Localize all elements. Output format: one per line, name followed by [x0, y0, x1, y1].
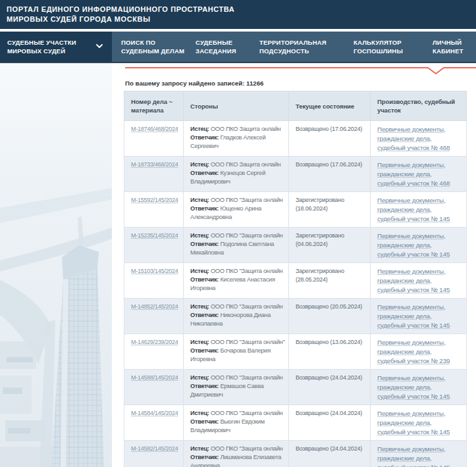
parties-cell: Истец: ООО ПКО Защита онлайнОтветчик: Ку…	[184, 157, 289, 192]
case-number-cell: М-14584/145/2024	[124, 405, 184, 441]
case-status: Зарегистрировано (04.06.2024)	[296, 232, 344, 247]
plaintiff-name: ООО ПКО "Защита онлайн"	[209, 339, 285, 345]
case-number-link[interactable]: М-14629/239/2024	[131, 339, 178, 345]
plaintiff-name: ООО ПКО "Защита онлайн	[209, 232, 283, 239]
plaintiff-label: Истец:	[190, 126, 209, 132]
case-number-link[interactable]: М-15592/145/2024	[131, 197, 178, 203]
case-number-cell: М-14629/239/2024	[124, 334, 184, 370]
defendant-label: Ответчик:	[190, 134, 219, 141]
case-number-cell: М-18746/468/2024	[124, 121, 184, 157]
production-cell: Первичные документы, гражданские дела, с…	[371, 121, 467, 157]
status-cell: Возвращено (17.06.2024)	[289, 157, 371, 192]
production-cell: Первичные документы, гражданские дела, с…	[371, 299, 467, 334]
site-header: ПОРТАЛ ЕДИНОГО ИНФОРМАЦИОННОГО ПРОСТРАНС…	[0, 0, 476, 29]
case-status: Возвращено (24.04.2024)	[296, 445, 362, 452]
case-number-cell: М-14582/145/2024	[124, 441, 184, 467]
production-court-link[interactable]: Первичные документы, гражданские дела, с…	[377, 126, 450, 151]
nav-item-fee-calculator[interactable]: КАЛЬКУЛЯТОР ГОСПОШЛИНЫ	[354, 32, 403, 62]
case-number-cell: М-18733/468/2024	[124, 157, 184, 192]
status-cell: Возвращено (24.04.2024)	[289, 405, 371, 441]
production-court-link[interactable]: Первичные документы, гражданские дела, с…	[377, 303, 450, 329]
col-header-production: Производство, судебный участок	[371, 91, 467, 121]
production-cell: Первичные документы, гражданские дела, с…	[371, 405, 467, 441]
production-court-link[interactable]: Первичные документы, гражданские дела, с…	[377, 339, 450, 364]
defendant-label: Ответчик:	[190, 347, 219, 354]
case-number-link[interactable]: М-14582/145/2024	[131, 445, 178, 452]
table-row: М-14582/145/2024Истец: ООО ПКО "Защита о…	[124, 441, 467, 467]
case-number-cell: М-15103/145/2024	[124, 263, 184, 299]
production-cell: Первичные документы, гражданские дела, с…	[371, 192, 467, 228]
defendant-label: Ответчик:	[190, 312, 219, 318]
status-cell: Зарегистрировано (04.06.2024)	[289, 228, 371, 263]
plaintiff-label: Истец:	[190, 268, 209, 274]
col-header-parties: Стороны	[184, 91, 289, 121]
production-court-link[interactable]: Первичные документы, гражданские дела, с…	[377, 445, 450, 467]
parties-cell: Истец: ООО ПКО "Защита онлайн"Ответчик: …	[184, 334, 289, 370]
parties-cell: Истец: ООО ПКО Защита онлайнОтветчик: Гл…	[184, 121, 289, 157]
case-number-link[interactable]: М-18746/468/2024	[131, 126, 178, 132]
plaintiff-name: ООО ПКО Защита онлайн	[209, 161, 281, 168]
status-cell: Зарегистрировано (18.06.2024)	[289, 192, 371, 228]
case-status: Возвращено (13.06.2024)	[296, 339, 362, 345]
results-count: По вашему запросу найдено записей: 11266	[125, 80, 263, 87]
plaintiff-label: Истец:	[190, 445, 209, 452]
status-cell: Возвращено (13.06.2024)	[289, 334, 371, 370]
defendant-label: Ответчик:	[190, 205, 219, 212]
defendant-label: Ответчик:	[190, 170, 219, 176]
parties-cell: Истец: ООО ПКО "Защита онлайнОтветчик: Е…	[184, 370, 289, 405]
case-number-link[interactable]: М-14588/145/2024	[131, 374, 178, 381]
production-cell: Первичные документы, гражданские дела, с…	[371, 228, 467, 263]
case-status: Зарегистрировано (18.06.2024)	[296, 197, 344, 212]
production-court-link[interactable]: Первичные документы, гражданские дела, с…	[377, 374, 450, 400]
nav-item-court-sessions[interactable]: СУДЕБНЫЕ ЗАСЕДАНИЯ	[196, 32, 236, 62]
table-row: М-14629/239/2024Истец: ООО ПКО "Защита о…	[124, 334, 467, 370]
table-row: М-18746/468/2024Истец: ООО ПКО Защита он…	[124, 121, 467, 157]
plaintiff-label: Истец:	[190, 197, 209, 203]
table-row: М-14852/145/2024Истец: ООО ПКО "Защита о…	[124, 299, 467, 334]
col-header-case-number: Номер дела ~ материала	[124, 91, 184, 121]
production-cell: Первичные документы, гражданские дела, с…	[371, 263, 467, 299]
case-status: Зарегистрировано (28.05.2024)	[296, 268, 344, 283]
nav-item-personal-cabinet[interactable]: ЛИЧНЫЙ КАБИНЕТ	[433, 32, 463, 62]
table-row: М-18733/468/2024Истец: ООО ПКО Защита он…	[124, 157, 467, 192]
case-number-link[interactable]: М-14852/145/2024	[131, 303, 178, 310]
plaintiff-name: ООО ПКО "Защита онлайн	[209, 268, 283, 274]
defendant-label: Ответчик:	[190, 454, 219, 460]
col-header-status: Текущее состояние	[289, 91, 371, 121]
table-row: М-14588/145/2024Истец: ООО ПКО "Защита о…	[124, 370, 467, 405]
nav-item-case-search[interactable]: ПОИСК ПО СУДЕБНЫМ ДЕЛАМ	[121, 32, 184, 62]
defendant-label: Ответчик:	[190, 383, 219, 389]
production-court-link[interactable]: Первичные документы, гражданские дела, с…	[377, 161, 450, 187]
production-cell: Первичные документы, гражданские дела, с…	[371, 334, 467, 370]
plaintiff-label: Истец:	[190, 339, 209, 345]
main-nav: СУДЕБНЫЕ УЧАСТКИ МИРОВЫХ СУДЕЙ ПОИСК ПО …	[0, 32, 476, 63]
production-court-link[interactable]: Первичные документы, гражданские дела, с…	[377, 410, 450, 435]
case-number-link[interactable]: М-14584/145/2024	[131, 410, 178, 416]
production-court-link[interactable]: Первичные документы, гражданские дела, с…	[377, 268, 450, 293]
defendant-label: Ответчик:	[190, 418, 219, 425]
site-title-line2: МИРОВЫХ СУДЕЙ ГОРОДА МОСКВЫ	[7, 14, 469, 24]
plaintiff-label: Истец:	[190, 232, 209, 239]
plaintiff-label: Истец:	[190, 161, 209, 168]
case-number-link[interactable]: М-15103/145/2024	[131, 268, 178, 274]
main-content: По вашему запросу найдено записей: 11266…	[112, 63, 476, 467]
defendant-label: Ответчик:	[190, 276, 219, 283]
production-cell: Первичные документы, гражданские дела, с…	[371, 370, 467, 405]
case-number-cell: М-15235/145/2024	[124, 228, 184, 263]
plaintiff-name: ООО ПКО "Защита онлайн	[209, 374, 283, 381]
production-court-link[interactable]: Первичные документы, гражданские дела, с…	[377, 197, 450, 222]
nav-item-court-districts[interactable]: СУДЕБНЫЕ УЧАСТКИ МИРОВЫХ СУДЕЙ	[0, 32, 112, 62]
cases-table-wrap: Номер дела ~ материала Стороны Текущее с…	[124, 91, 466, 467]
case-number-link[interactable]: М-15235/145/2024	[131, 232, 178, 239]
production-cell: Первичные документы, гражданские дела, с…	[371, 157, 467, 192]
parties-cell: Истец: ООО ПКО "Защита онлайнОтветчик: Л…	[184, 441, 289, 467]
sidebar-city-photo	[0, 63, 112, 467]
case-number-link[interactable]: М-18733/468/2024	[131, 161, 178, 168]
plaintiff-label: Истец:	[190, 410, 209, 416]
nav-item-territorial-jurisdiction[interactable]: ТЕРРИТОРИАЛЬНАЯ ПОДСУДНОСТЬ	[259, 32, 327, 62]
case-status: Возвращено (24.04.2024)	[296, 410, 362, 416]
plaintiff-label: Истец:	[190, 374, 209, 381]
results-count-number: 11266	[246, 80, 263, 87]
plaintiff-name: ООО ПКО "Защита онлайн	[209, 303, 283, 310]
production-court-link[interactable]: Первичные документы, гражданские дела, с…	[377, 232, 450, 258]
